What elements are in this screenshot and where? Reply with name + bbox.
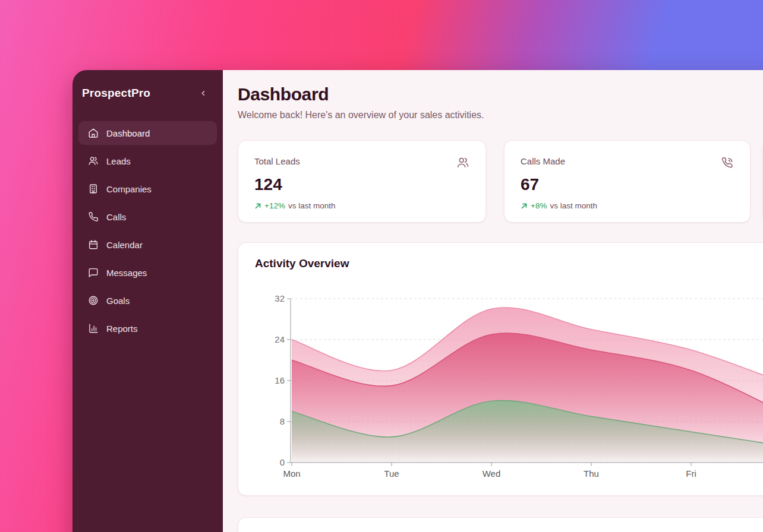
stat-card-calls-made: Calls Made 67 +8% vs last month: [504, 140, 751, 223]
sidebar-item-dashboard[interactable]: Dashboard: [78, 121, 217, 145]
svg-text:Wed: Wed: [483, 468, 501, 479]
users-icon: [88, 156, 99, 166]
stat-label: Total Leads: [254, 156, 300, 166]
svg-text:8: 8: [280, 416, 285, 426]
target-icon: [88, 295, 99, 306]
svg-text:0: 0: [280, 457, 285, 467]
svg-text:24: 24: [275, 334, 285, 344]
sidebar-item-label: Reports: [106, 324, 138, 334]
svg-text:Fri: Fri: [686, 468, 696, 479]
stat-card-total-leads: Total Leads 124 +12% vs last month: [238, 140, 486, 223]
sidebar-item-goals[interactable]: Goals: [78, 289, 217, 312]
activity-overview-card: Activity Overview 08162432MonTueWedThuFr…: [238, 242, 763, 496]
sidebar-item-label: Companies: [106, 184, 152, 194]
stat-delta-note: vs last month: [550, 201, 597, 210]
activity-area-chart: 08162432MonTueWedThuFri: [271, 292, 763, 490]
trend-up-icon: [254, 202, 261, 210]
app-logo-text: ProspectPro: [82, 87, 150, 100]
stat-delta: +8%: [531, 201, 547, 210]
svg-text:16: 16: [275, 375, 285, 385]
message-square-icon: [88, 267, 99, 278]
sidebar-item-messages[interactable]: Messages: [78, 261, 217, 284]
sidebar-header: ProspectPro: [72, 70, 223, 100]
trend-up-icon: [521, 202, 528, 210]
sidebar-item-label: Dashboard: [106, 128, 150, 138]
page-background: { "app": { "name": "ProspectPro" }, "sid…: [0, 0, 763, 532]
sidebar-item-calendar[interactable]: Calendar: [78, 233, 217, 256]
stat-delta: +12%: [264, 201, 285, 210]
sidebar-collapse-button[interactable]: [197, 87, 210, 100]
app-window: ProspectPro Dashboard Leads: [72, 70, 763, 532]
bottom-card-clipped: [238, 517, 763, 532]
chart-title: Activity Overview: [255, 257, 349, 270]
sidebar-item-reports[interactable]: Reports: [78, 316, 217, 340]
svg-text:32: 32: [275, 293, 285, 303]
home-icon: [88, 128, 99, 138]
page-subtitle: Welcome back! Here's an overview of your…: [238, 110, 484, 121]
stat-label: Calls Made: [521, 156, 565, 166]
svg-text:Mon: Mon: [283, 468, 300, 479]
svg-text:Tue: Tue: [384, 468, 399, 479]
sidebar-item-companies[interactable]: Companies: [78, 177, 217, 201]
sidebar-item-label: Calendar: [106, 240, 143, 250]
svg-text:Thu: Thu: [584, 468, 599, 479]
main-content: Dashboard Welcome back! Here's an overvi…: [223, 70, 763, 532]
page-title: Dashboard: [238, 84, 329, 104]
chevron-left-icon: [199, 89, 207, 97]
sidebar-nav: Dashboard Leads Companies Calls: [72, 121, 223, 340]
sidebar-item-label: Messages: [106, 268, 147, 278]
stat-delta-note: vs last month: [288, 201, 336, 210]
stat-value: 67: [521, 175, 734, 194]
sidebar-item-label: Goals: [106, 296, 130, 306]
calendar-icon: [88, 239, 99, 250]
sidebar-item-label: Calls: [106, 212, 126, 222]
sidebar-item-calls[interactable]: Calls: [78, 205, 217, 229]
sidebar-item-leads[interactable]: Leads: [78, 149, 217, 173]
stat-value: 124: [254, 175, 469, 194]
sidebar-item-label: Leads: [106, 156, 131, 166]
sidebar: ProspectPro Dashboard Leads: [72, 70, 223, 532]
chart-canvas: 08162432MonTueWedThuFri: [271, 292, 763, 490]
phone-call-icon: [721, 156, 734, 169]
users-round-icon: [456, 156, 469, 169]
phone-icon: [88, 211, 99, 222]
building-icon: [88, 183, 99, 194]
bar-chart-icon: [88, 323, 99, 334]
